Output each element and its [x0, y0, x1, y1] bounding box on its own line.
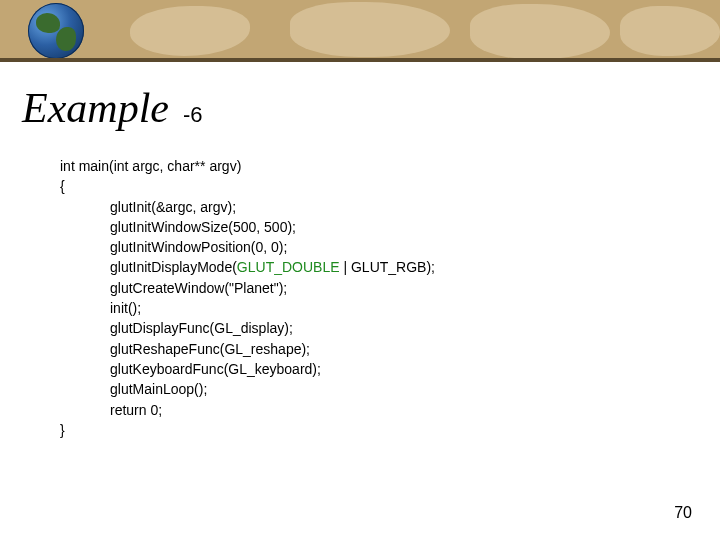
code-block: int main(int argc, char** argv) { glutIn…	[60, 156, 720, 440]
globe-icon	[28, 3, 84, 59]
code-line: {	[60, 176, 720, 196]
page-number: 70	[674, 504, 692, 522]
slide-title-suffix: -6	[183, 102, 203, 128]
code-line: init();	[60, 298, 720, 318]
code-line: int main(int argc, char** argv)	[60, 156, 720, 176]
code-line: glutMainLoop();	[60, 379, 720, 399]
banner	[0, 0, 720, 62]
code-line: glutCreateWindow("Planet");	[60, 278, 720, 298]
map-decoration	[620, 6, 720, 56]
slide-title: Example	[22, 84, 169, 132]
map-decoration	[290, 2, 450, 57]
code-line: glutKeyboardFunc(GL_keyboard);	[60, 359, 720, 379]
code-text: | GLUT_RGB);	[340, 259, 435, 275]
code-line: }	[60, 420, 720, 440]
map-decoration	[130, 6, 250, 56]
code-line: glutInit(&argc, argv);	[60, 197, 720, 217]
code-line: glutDisplayFunc(GL_display);	[60, 318, 720, 338]
slide-title-row: Example -6	[0, 62, 720, 132]
code-text: glutInitDisplayMode(	[110, 259, 237, 275]
code-line: return 0;	[60, 400, 720, 420]
code-line: glutInitWindowSize(500, 500);	[60, 217, 720, 237]
code-highlight: GLUT_DOUBLE	[237, 259, 340, 275]
map-decoration	[470, 4, 610, 59]
code-line: glutInitDisplayMode(GLUT_DOUBLE | GLUT_R…	[60, 257, 720, 277]
code-line: glutReshapeFunc(GL_reshape);	[60, 339, 720, 359]
code-line: glutInitWindowPosition(0, 0);	[60, 237, 720, 257]
